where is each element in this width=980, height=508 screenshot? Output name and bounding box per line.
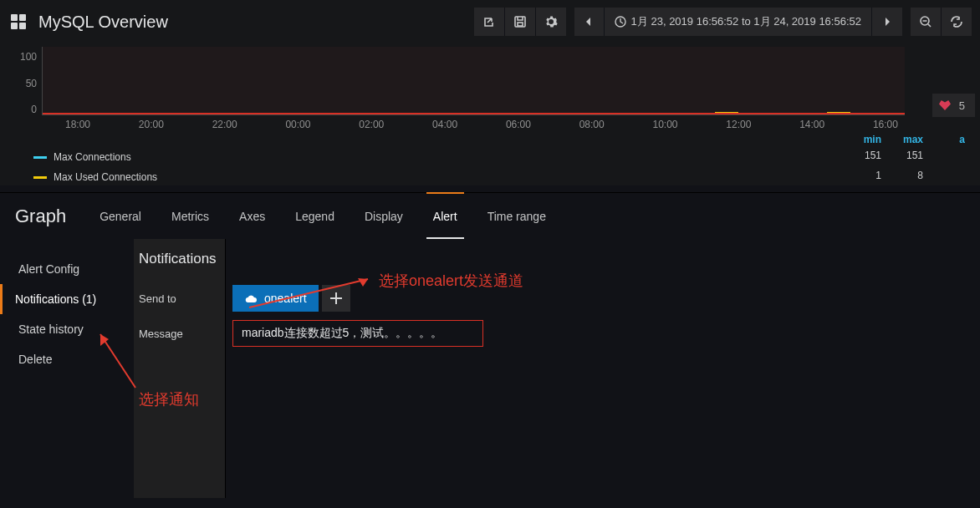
heart-broken-icon <box>939 100 951 110</box>
time-next-button[interactable] <box>872 8 902 36</box>
x-tick: 12:00 <box>726 119 751 130</box>
legend-avg-header: a <box>938 134 965 145</box>
tab-alert[interactable]: Alert <box>433 193 457 239</box>
time-range-button[interactable]: 1月 23, 2019 16:56:52 to 1月 24, 2019 16:5… <box>605 8 872 36</box>
message-row: mariadb连接数超过5，测试。。。。。 <box>232 316 980 351</box>
page-title: MySQL Overview <box>38 13 168 32</box>
refresh-button[interactable] <box>942 8 972 36</box>
channel-pill-onealert[interactable]: onealert <box>232 285 319 312</box>
alert-count: 5 <box>959 99 965 112</box>
y-axis: 100 50 0 <box>17 47 42 130</box>
y-tick: 50 <box>26 78 37 89</box>
dashboard-icon[interactable] <box>7 10 30 33</box>
save-button[interactable] <box>505 8 536 36</box>
message-input[interactable]: mariadb连接数超过5，测试。。。。。 <box>232 320 483 347</box>
legend-min: 1 <box>855 170 881 181</box>
y-tick: 0 <box>31 104 37 115</box>
legend-row[interactable]: Max Connections 151 151 <box>17 145 980 165</box>
x-tick: 00:00 <box>285 119 310 130</box>
send-to-label: Send to <box>134 281 225 316</box>
legend-max-header: max <box>896 134 923 145</box>
message-label: Message <box>134 316 225 351</box>
legend-label: Max Used Connections <box>54 171 157 183</box>
x-tick: 20:00 <box>139 119 164 130</box>
channel-name: onealert <box>264 292 307 305</box>
alert-sidebar: Alert Config Notifications (1) State his… <box>0 239 134 498</box>
alert-state-badge[interactable]: 5 <box>932 94 975 117</box>
editor-header: Graph General Metrics Axes Legend Displa… <box>0 192 980 239</box>
tab-metrics[interactable]: Metrics <box>171 193 209 239</box>
x-tick: 02:00 <box>359 119 384 130</box>
time-prev-button[interactable] <box>574 8 605 36</box>
share-button[interactable] <box>474 8 505 36</box>
topbar: MySQL Overview 1月 23, 2019 16:56:52 to 1… <box>0 0 980 43</box>
sidebar-item-delete[interactable]: Delete <box>15 344 129 374</box>
sidebar-item-notifications[interactable]: Notifications (1) <box>0 284 129 314</box>
legend-max: 151 <box>896 150 923 161</box>
form-labels-column: Notifications Send to Message <box>134 239 226 498</box>
sidebar-item-state-history[interactable]: State history <box>15 314 129 344</box>
send-to-row: onealert <box>232 281 980 316</box>
toolbar-group <box>474 8 566 36</box>
legend-header-row: min max a <box>17 130 980 145</box>
legend-label: Max Connections <box>54 151 131 163</box>
time-nav-group: 1月 23, 2019 16:56:52 to 1月 24, 2019 16:5… <box>574 8 902 36</box>
chart-panel: 100 50 0 18:00 20:00 22:00 00:00 02:00 0… <box>0 43 980 185</box>
x-tick: 04:00 <box>432 119 457 130</box>
message-value: mariadb连接数超过5，测试。。。。。 <box>242 326 442 341</box>
form-fields-column: onealert mariadb连接数超过5，测试。。。。。 <box>226 239 980 498</box>
svg-rect-1 <box>19 14 26 21</box>
alert-editor: Alert Config Notifications (1) State his… <box>0 239 980 498</box>
legend-swatch <box>33 176 47 179</box>
plus-icon <box>330 292 342 304</box>
cloud-icon <box>244 292 258 305</box>
legend-row[interactable]: Max Used Connections 1 8 <box>17 165 980 185</box>
legend-max: 8 <box>896 170 923 181</box>
editor-title: Graph <box>15 206 66 227</box>
time-range-label: 1月 23, 2019 16:56:52 to 1月 24, 2019 16:5… <box>631 14 861 29</box>
x-tick: 18:00 <box>65 119 90 130</box>
x-tick: 08:00 <box>579 119 605 130</box>
x-tick: 14:00 <box>799 119 824 130</box>
chart-area: 100 50 0 18:00 20:00 22:00 00:00 02:00 0… <box>17 47 980 130</box>
legend-min: 151 <box>855 150 881 161</box>
x-tick: 10:00 <box>653 119 678 130</box>
svg-rect-0 <box>11 14 18 21</box>
y-tick: 100 <box>20 51 37 63</box>
tab-general[interactable]: General <box>100 193 141 239</box>
legend-swatch <box>33 156 47 159</box>
sidebar-item-alert-config[interactable]: Alert Config <box>15 254 129 284</box>
zoom-out-button[interactable] <box>911 8 942 36</box>
x-tick: 22:00 <box>212 119 237 130</box>
add-channel-button[interactable] <box>322 285 350 312</box>
svg-rect-3 <box>19 23 26 29</box>
editor-tabs: General Metrics Axes Legend Display Aler… <box>100 193 546 239</box>
tab-time-range[interactable]: Time range <box>487 193 546 239</box>
settings-button[interactable] <box>536 8 566 36</box>
svg-rect-5 <box>518 23 523 26</box>
plot-area[interactable] <box>42 47 905 115</box>
zoom-refresh-group <box>911 8 972 36</box>
tab-legend[interactable]: Legend <box>295 193 334 239</box>
tab-display[interactable]: Display <box>365 193 403 239</box>
x-axis: 18:00 20:00 22:00 00:00 02:00 04:00 06:0… <box>59 119 905 130</box>
x-tick: 16:00 <box>873 119 898 130</box>
alert-main: Notifications Send to Message onealert m… <box>134 239 980 498</box>
tab-axes[interactable]: Axes <box>239 193 265 239</box>
svg-rect-2 <box>11 23 18 29</box>
x-tick: 06:00 <box>506 119 531 130</box>
legend-min-header: min <box>855 134 881 145</box>
notifications-heading: Notifications <box>134 239 225 281</box>
